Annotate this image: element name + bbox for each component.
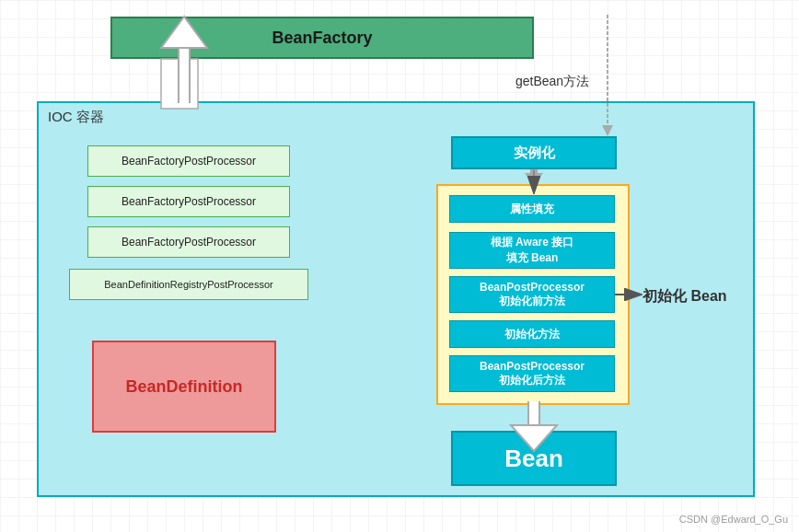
bean-factory-label: BeanFactory [272, 29, 372, 48]
bfpp-box-1: BeanFactoryPostProcessor [87, 145, 290, 177]
bean-factory-box: BeanFactory [110, 17, 534, 59]
step-aware: 根据 Aware 接口 填充 Bean [449, 232, 615, 269]
bean-output-box: Bean [451, 431, 617, 486]
bean-definition-box: BeanDefinition [92, 341, 276, 433]
instantiate-box: 实例化 [451, 136, 617, 169]
step-bpp-pre: BeanPostProcessor 初始化前方法 [449, 276, 615, 313]
bfpp-box-2: BeanFactoryPostProcessor [87, 186, 290, 217]
step-init: 初始化方法 [449, 320, 615, 348]
getbean-label: getBean方法 [515, 74, 589, 90]
step-shuxing: 属性填充 [449, 195, 615, 223]
bfpp-box-4: BeanDefinitionRegistryPostProcessor [69, 269, 308, 300]
ioc-label: IOC 容器 [48, 109, 104, 126]
step-bpp-post: BeanPostProcessor 初始化后方法 [449, 355, 615, 392]
init-bean-label: 初始化 Bean [643, 287, 727, 306]
bfpp-box-3: BeanFactoryPostProcessor [87, 226, 290, 258]
watermark: CSDN @Edward_O_Gu [679, 514, 788, 525]
